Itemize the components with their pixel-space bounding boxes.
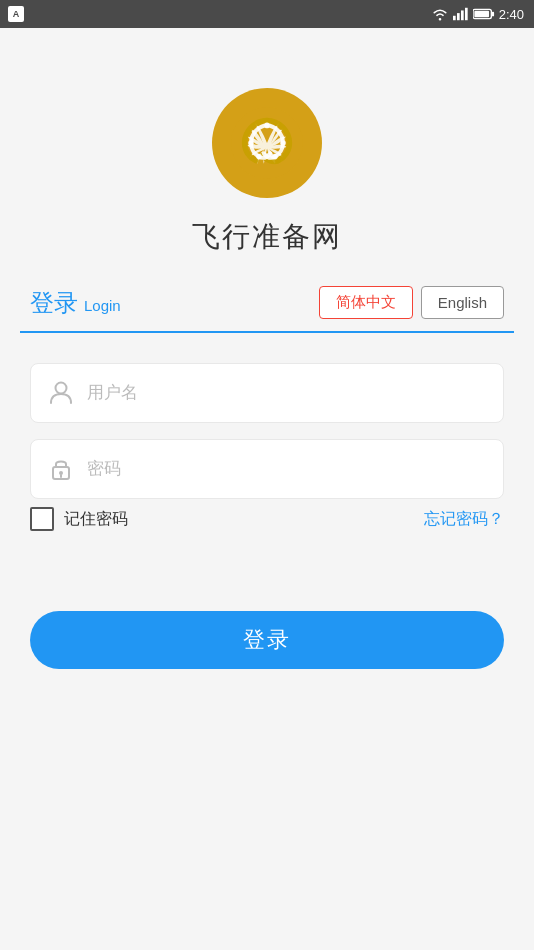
logo-svg xyxy=(227,103,307,183)
login-btn-container: 登录 xyxy=(20,611,514,669)
tab-row: 登录 Login 简体中文 English xyxy=(20,286,514,333)
svg-rect-2 xyxy=(461,10,464,20)
android-icon: A xyxy=(8,6,24,22)
battery-icon xyxy=(473,8,495,20)
svg-rect-6 xyxy=(474,11,489,17)
lang-english-button[interactable]: English xyxy=(421,286,504,319)
lock-icon xyxy=(47,455,75,483)
username-input-wrapper xyxy=(30,363,504,423)
password-input[interactable] xyxy=(87,459,487,479)
app-logo xyxy=(212,88,322,198)
signal-icon xyxy=(453,7,469,21)
app-title: 飞行准备网 xyxy=(192,218,342,256)
svg-point-12 xyxy=(256,154,262,160)
svg-rect-3 xyxy=(465,8,468,20)
svg-point-11 xyxy=(272,154,278,160)
remember-row: 记住密码 忘记密码？ xyxy=(20,507,514,531)
svg-rect-1 xyxy=(457,13,460,20)
svg-rect-5 xyxy=(491,12,493,17)
svg-point-10 xyxy=(248,140,254,146)
svg-rect-0 xyxy=(453,16,456,20)
status-bar-right: 2:40 xyxy=(431,7,524,22)
main-content: 飞行准备网 登录 Login 简体中文 English xyxy=(0,28,534,950)
language-buttons: 简体中文 English xyxy=(319,286,504,319)
svg-point-8 xyxy=(264,123,270,129)
input-section xyxy=(20,363,514,499)
remember-checkbox[interactable] xyxy=(30,507,54,531)
forgot-password-link[interactable]: 忘记密码？ xyxy=(424,509,504,530)
remember-left: 记住密码 xyxy=(30,507,128,531)
wifi-icon xyxy=(431,7,449,21)
user-icon xyxy=(47,379,75,407)
status-bar: A 2:40 xyxy=(0,0,534,28)
login-button[interactable]: 登录 xyxy=(30,611,504,669)
status-time: 2:40 xyxy=(499,7,524,22)
tab-login-english: Login xyxy=(84,297,121,314)
username-input[interactable] xyxy=(87,383,487,403)
lang-chinese-button[interactable]: 简体中文 xyxy=(319,286,413,319)
password-input-wrapper xyxy=(30,439,504,499)
svg-point-9 xyxy=(280,140,286,146)
login-section: 登录 Login 简体中文 English xyxy=(0,286,534,669)
tab-login: 登录 Login xyxy=(30,287,121,319)
status-bar-left: A xyxy=(8,6,24,22)
logo-section: 飞行准备网 xyxy=(192,88,342,256)
tab-login-chinese: 登录 xyxy=(30,287,78,319)
svg-point-13 xyxy=(56,383,67,394)
remember-label: 记住密码 xyxy=(64,509,128,530)
